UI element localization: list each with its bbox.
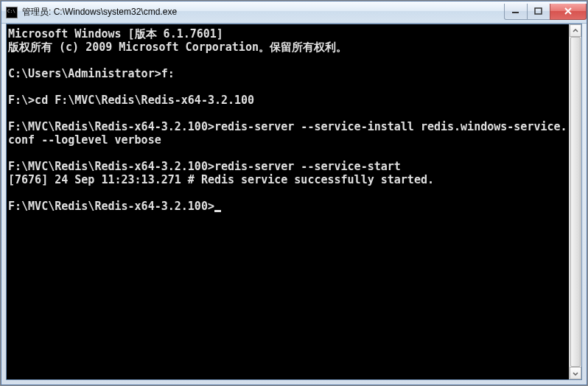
terminal-line: C:\Users\Administrator>f:	[8, 67, 567, 80]
close-button[interactable]	[550, 4, 587, 20]
window-title: 管理员: C:\Windows\system32\cmd.exe	[22, 6, 505, 18]
svg-rect-0	[512, 12, 519, 13]
minimize-icon	[511, 7, 520, 15]
maximize-icon	[534, 7, 543, 15]
client-area: Microsoft Windows [版本 6.1.7601]版权所有 (c) …	[6, 24, 582, 380]
terminal-line: Microsoft Windows [版本 6.1.7601]	[8, 27, 567, 41]
maximize-button[interactable]	[527, 4, 550, 20]
terminal-line: F:\MVC\Redis\Redis-x64-3.2.100>redis-ser…	[8, 120, 567, 147]
cmd-window: 管理员: C:\Windows\system32\cmd.exe Microso…	[1, 1, 587, 385]
terminal-line: [7676] 24 Sep 11:23:13.271 # Redis servi…	[8, 173, 567, 186]
terminal-line: 版权所有 (c) 2009 Microsoft Corporation。保留所有…	[8, 41, 567, 54]
terminal-prompt-line: F:\MVC\Redis\Redis-x64-3.2.100>	[8, 200, 567, 213]
scroll-down-button[interactable]	[570, 367, 581, 379]
scroll-track[interactable]	[570, 37, 581, 367]
terminal-line	[8, 80, 567, 94]
titlebar[interactable]: 管理员: C:\Windows\system32\cmd.exe	[1, 1, 587, 24]
terminal-line	[8, 54, 567, 67]
terminal-line	[8, 147, 567, 160]
svg-rect-1	[535, 8, 542, 14]
window-controls	[505, 4, 587, 20]
chevron-up-icon	[573, 28, 578, 34]
close-icon	[564, 7, 573, 15]
terminal-line: F:\>cd F:\MVC\Redis\Redis-x64-3.2.100	[8, 94, 567, 107]
cmd-icon	[6, 7, 18, 18]
chevron-down-icon	[573, 371, 578, 376]
terminal-cursor	[214, 210, 221, 212]
scroll-up-button[interactable]	[570, 24, 581, 37]
terminal-output[interactable]: Microsoft Windows [版本 6.1.7601]版权所有 (c) …	[7, 24, 569, 379]
scroll-thumb[interactable]	[570, 37, 581, 367]
terminal-line: F:\MVC\Redis\Redis-x64-3.2.100>redis-ser…	[8, 160, 567, 173]
terminal-line	[8, 186, 567, 200]
vertical-scrollbar[interactable]	[569, 24, 581, 379]
minimize-button[interactable]	[504, 4, 528, 20]
terminal-line	[8, 107, 567, 120]
